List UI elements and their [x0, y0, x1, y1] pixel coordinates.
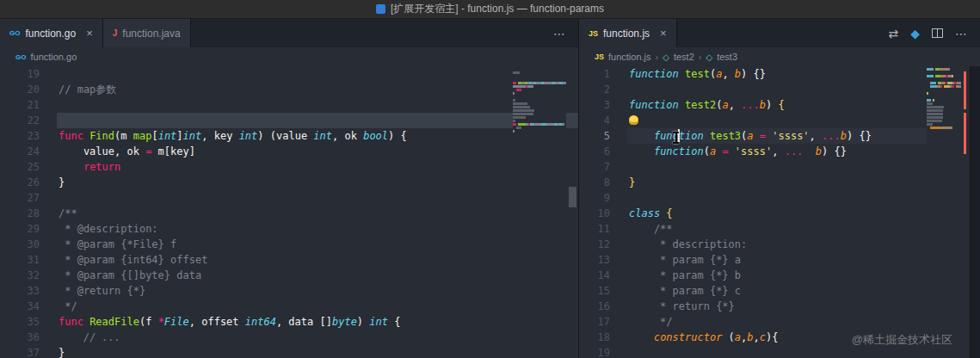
code-line[interactable]: 36 // ... [0, 330, 578, 345]
code-text[interactable]: /** [57, 206, 578, 221]
line-number[interactable]: 20 [0, 82, 40, 97]
line-number[interactable]: 7 [579, 159, 610, 175]
code-text[interactable] [57, 190, 578, 206]
code-text[interactable]: */ [57, 299, 578, 314]
code-line[interactable]: 30 * @param {*File} f [0, 237, 578, 252]
code-line[interactable]: 20// map参数 [0, 82, 578, 97]
code-line[interactable]: 14 * param {*} b [579, 268, 980, 283]
code-line[interactable]: 16 * return {*} [579, 299, 980, 314]
tab-function-go[interactable]: GO function.go × [0, 19, 103, 47]
line-number[interactable]: 32 [0, 268, 40, 283]
line-number[interactable]: 29 [0, 221, 40, 237]
line-number[interactable]: 26 [0, 175, 40, 190]
code-line[interactable]: 4 [579, 113, 980, 128]
line-number[interactable]: 19 [0, 66, 40, 82]
line-number[interactable]: 19 [579, 345, 610, 358]
code-line[interactable]: 24 value, ok = m[key] [0, 144, 578, 159]
code-line[interactable]: 23func Find(m map[int]int, key int) (val… [0, 128, 578, 144]
code-line[interactable]: 21 [0, 97, 578, 113]
code-line[interactable]: 19 [0, 66, 578, 82]
code-area-left[interactable]: 1920// map参数212223func Find(m map[int]in… [0, 66, 578, 358]
more-actions-icon[interactable]: ⋯ [955, 28, 967, 40]
code-line[interactable]: 13 * param {*} a [579, 252, 980, 268]
line-number[interactable]: 22 [0, 113, 40, 128]
line-number[interactable]: 37 [0, 345, 40, 358]
line-number[interactable]: 35 [0, 314, 40, 330]
line-number[interactable]: 17 [579, 314, 610, 330]
code-line[interactable]: 10class { [579, 206, 980, 221]
code-line[interactable]: 17 */ [579, 314, 980, 330]
code-line[interactable]: 29 * @description: [0, 221, 578, 237]
line-number[interactable]: 25 [0, 159, 40, 175]
line-number[interactable]: 31 [0, 252, 40, 268]
code-line[interactable]: 1function test(a, b) {} [579, 66, 980, 82]
code-line[interactable]: 35func ReadFile(f *File, offset int64, d… [0, 314, 578, 330]
line-number[interactable]: 6 [579, 144, 610, 159]
code-line[interactable]: 26} [0, 175, 578, 190]
line-number[interactable]: 8 [579, 175, 610, 190]
code-line[interactable]: 22 [0, 113, 578, 128]
code-line[interactable]: 25 return [0, 159, 578, 175]
code-line[interactable]: 5 function test3(a = 'ssss', ...b) {} [579, 128, 980, 144]
code-line[interactable]: 15 * param {*} c [579, 283, 980, 299]
code-line[interactable]: 33 * @return {*} [0, 283, 578, 299]
close-tab-icon[interactable]: × [660, 27, 667, 40]
line-number[interactable]: 14 [579, 268, 610, 283]
code-line[interactable]: 31 * @param {int64} offset [0, 252, 578, 268]
line-number[interactable]: 34 [0, 299, 40, 314]
minimap-right[interactable] [927, 68, 961, 358]
code-line[interactable]: 8} [579, 175, 980, 190]
editor-left[interactable]: 1920// map参数212223func Find(m map[int]in… [0, 66, 578, 358]
line-number[interactable]: 5 [579, 128, 610, 144]
lightbulb-icon[interactable] [629, 115, 638, 125]
line-number[interactable]: 10 [579, 206, 610, 221]
breadcrumb-symbol-test2[interactable]: test2 [674, 52, 694, 62]
line-number[interactable]: 28 [0, 206, 40, 221]
code-line[interactable]: 7 [579, 159, 980, 175]
code-line[interactable]: 34 */ [0, 299, 578, 314]
line-number[interactable]: 21 [0, 97, 40, 113]
line-number[interactable]: 1 [579, 66, 610, 82]
breadcrumb-file[interactable]: function.js [608, 52, 651, 62]
minimap-left[interactable] [513, 68, 566, 358]
code-line[interactable]: 37} [0, 345, 578, 358]
line-number[interactable]: 36 [0, 330, 40, 345]
line-number[interactable]: 15 [579, 283, 610, 299]
code-text[interactable] [57, 97, 578, 113]
line-number[interactable]: 23 [0, 128, 40, 144]
line-number[interactable]: 2 [579, 82, 610, 97]
code-text[interactable]: func Find(m map[int]int, key int) (value… [57, 128, 578, 144]
format-document-icon[interactable]: ◆ [910, 28, 920, 40]
code-line[interactable]: 2 [579, 82, 980, 97]
line-number[interactable]: 24 [0, 144, 40, 159]
split-editor-icon[interactable] [932, 28, 943, 38]
line-number[interactable]: 33 [0, 283, 40, 299]
line-number[interactable]: 3 [579, 97, 610, 113]
code-text[interactable]: // map参数 [57, 82, 578, 97]
close-tab-icon[interactable]: × [86, 27, 93, 40]
code-text[interactable]: * @param {[]byte} data [57, 268, 578, 283]
open-changes-icon[interactable]: ⇄ [888, 28, 898, 40]
line-number[interactable]: 30 [0, 237, 40, 252]
line-number[interactable]: 4 [579, 113, 610, 128]
code-text[interactable]: * @return {*} [57, 283, 578, 299]
line-number[interactable]: 27 [0, 190, 40, 206]
line-number[interactable]: 11 [579, 221, 610, 237]
line-number[interactable]: 13 [579, 252, 610, 268]
code-text[interactable]: * @param {int64} offset [57, 252, 578, 268]
line-number[interactable]: 9 [579, 190, 610, 206]
line-number[interactable]: 16 [579, 299, 610, 314]
code-line[interactable]: 9 [579, 190, 980, 206]
scrollbar-thumb[interactable] [569, 187, 576, 207]
tab-function-java[interactable]: J function.java [103, 19, 191, 47]
breadcrumb-file[interactable]: function.go [30, 52, 77, 62]
code-text[interactable]: // ... [57, 330, 578, 345]
breadcrumb-symbol-test3[interactable]: test3 [717, 52, 737, 62]
code-text[interactable]: * @param {*File} f [57, 237, 578, 252]
code-text[interactable]: value, ok = m[key] [57, 144, 578, 159]
tab-function-js[interactable]: JS function.js × [579, 19, 677, 47]
code-line[interactable]: 11 /** [579, 221, 980, 237]
more-actions-icon[interactable]: ⋯ [553, 28, 565, 40]
code-area-right[interactable]: 1function test(a, b) {}23function test2(… [579, 66, 980, 358]
line-number[interactable]: 12 [579, 237, 610, 252]
